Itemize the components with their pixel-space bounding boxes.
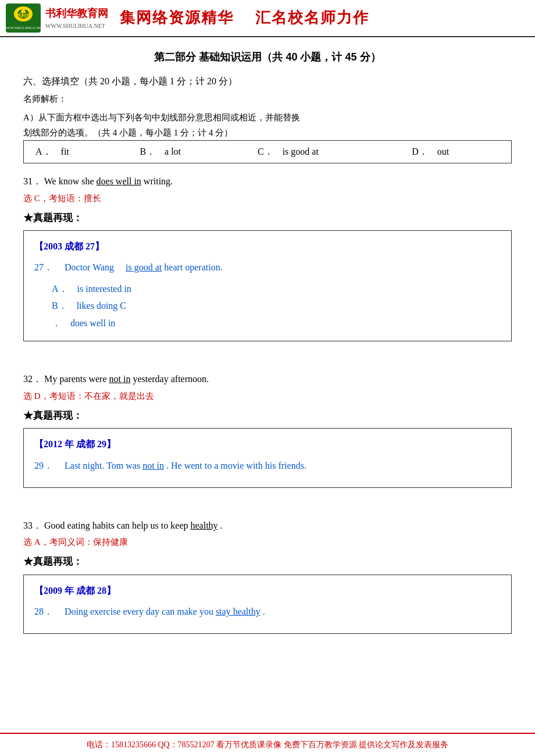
q33-exam-box: 【2009 年 成都 28】 28． Doing exercise every …	[23, 575, 512, 634]
q31-answer: 选 C，考短语：擅长	[23, 191, 512, 205]
q31-exam-question: 27． Doctor Wang is good at heart operati…	[34, 259, 501, 275]
question-32: 32． My parents were not in yesterday aft…	[23, 372, 512, 387]
q31-underline: does well in	[97, 176, 141, 186]
section-title: 第二部分 基础知识运用（共 40 小题，计 45 分）	[23, 49, 512, 66]
option-b-label: B． a lot	[128, 141, 246, 163]
q32-exam-box: 【2012 年 成都 29】 29． Last night. Tom was n…	[23, 428, 512, 488]
instruction: A）从下面方框中选出与下列各句中划线部分意思相同或相近，并能替换 划线部分的选项…	[23, 110, 512, 140]
q33-text-before: Good eating habits can help us to keep	[44, 520, 191, 530]
q31-number: 31．	[23, 176, 42, 186]
teacher-note: 名师解析：	[23, 92, 512, 106]
logo-area: WWW.SHULIHUA.NET 书利华 书利华教育网 WWW.SHULIHUA…	[6, 3, 108, 33]
q33-underline: healthy	[191, 520, 218, 530]
q31-option-b: B． likes doing C	[52, 298, 501, 313]
q32-text-after: yesterday afternoon.	[133, 374, 209, 384]
q31-star-title: ★真题再现：	[23, 210, 512, 226]
q33-number: 33．	[23, 520, 42, 530]
q32-answer: 选 D，考短语：不在家，就是出去	[23, 389, 512, 403]
logo-icon: WWW.SHULIHUA.NET 书利华	[6, 3, 41, 33]
q33-exam-question: 28． Doing exercise every day can make yo…	[34, 604, 501, 619]
tagline-green: 集网络资源精华	[120, 9, 234, 26]
logo-url: WWW.SHULIHUA.NET	[45, 22, 108, 31]
option-d-label: D． out	[400, 141, 511, 163]
q33-answer: 选 A，考同义词：保持健康	[23, 535, 512, 549]
q32-exam-question: 29． Last night. Tom was not in . He went…	[34, 458, 501, 473]
header-tagline: 集网络资源精华 汇名校名师力作	[120, 6, 369, 30]
q31-text-before: We know she	[44, 176, 97, 186]
instruction-line2: 划线部分的选项。（共 4 小题，每小题 1 分；计 4 分）	[23, 128, 233, 137]
page-header: WWW.SHULIHUA.NET 书利华 书利华教育网 WWW.SHULIHUA…	[0, 0, 535, 37]
q31-exam-year: 【2003 成都 27】	[34, 239, 501, 254]
q31-exam-after: heart operation.	[164, 262, 222, 272]
q31-option-a: A． is interested in	[52, 281, 501, 297]
q32-exam-underline: not in	[142, 461, 164, 470]
subsection-title: 六、选择填空（共 20 小题，每小题 1 分；计 20 分）	[23, 74, 512, 89]
tagline-red: 汇名校名师力作	[255, 9, 369, 26]
q32-text-before: My parents were	[44, 374, 109, 384]
q31-text-after: writing.	[144, 176, 173, 186]
q32-exam-year: 【2012 年 成都 29】	[34, 437, 501, 452]
page-footer: 电话：15813235666 QQ：785521207 看万节优质课录像 免费下…	[0, 733, 535, 756]
q31-exam-box: 【2003 成都 27】 27． Doctor Wang is good at …	[23, 230, 512, 342]
q32-number: 32．	[23, 374, 42, 384]
q33-exam-underline: stay healthy	[216, 607, 261, 616]
q32-exam-before: Last night. Tom was	[55, 461, 142, 470]
q32-exam-after: . He went to a movie with his friends.	[166, 461, 306, 470]
q33-exam-year: 【2009 年 成都 28】	[34, 583, 501, 598]
logo-name: 书利华教育网	[45, 5, 108, 22]
footer-text: 电话：15813235666 QQ：785521207 看万节优质课录像 免费下…	[87, 740, 448, 749]
instruction-line1: A）从下面方框中选出与下列各句中划线部分意思相同或相近，并能替换	[23, 113, 300, 122]
q31-exam-before: Doctor Wang	[55, 262, 126, 272]
q33-text-after: .	[220, 520, 223, 530]
svg-text:WWW.SHULIHUA.NET: WWW.SHULIHUA.NET	[6, 26, 41, 30]
options-table: A． fit B． a lot C． is good at D． out	[23, 140, 512, 163]
q33-exam-number: 28．	[34, 607, 53, 616]
q32-exam-number: 29．	[34, 461, 53, 470]
question-31: 31． We know she does well in writing.	[23, 174, 512, 189]
q33-exam-before: Doing exercise every day can make you	[55, 607, 216, 616]
logo-text-block: 书利华教育网 WWW.SHULIHUA.NET	[45, 5, 108, 31]
q31-exam-underline: is good at	[126, 262, 162, 272]
q33-exam-after: .	[263, 607, 265, 616]
q31-option-dot: ． does well in	[52, 316, 501, 331]
q31-exam-number: 27．	[34, 262, 53, 272]
q33-star-title: ★真题再现：	[23, 554, 512, 569]
question-33: 33． Good eating habits can help us to ke…	[23, 518, 512, 533]
svg-text:书利华: 书利华	[16, 13, 32, 19]
option-a-label: A． fit	[24, 141, 129, 163]
main-content: 第二部分 基础知识运用（共 40 小题，计 45 分） 六、选择填空（共 20 …	[0, 37, 535, 658]
option-c-label: C． is good at	[246, 141, 400, 163]
q32-star-title: ★真题再现：	[23, 408, 512, 423]
q32-underline: not in	[109, 374, 131, 384]
